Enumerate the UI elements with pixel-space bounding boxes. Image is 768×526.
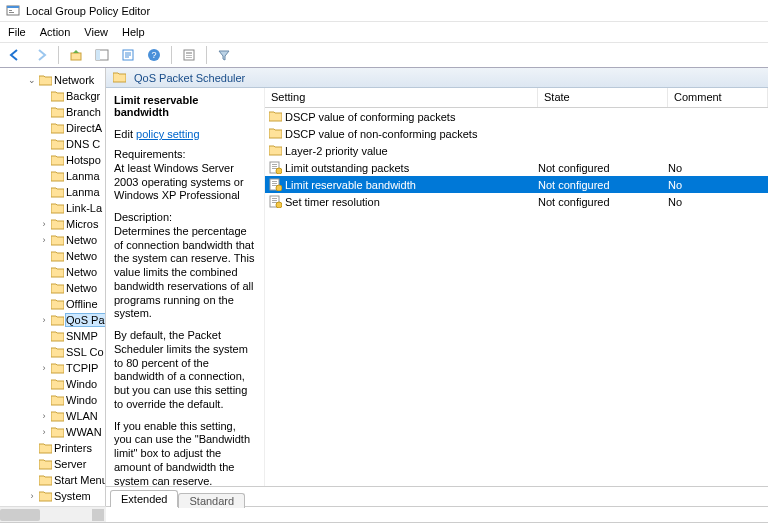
tree-node[interactable]: Link-La [0,200,106,216]
folder-icon [50,410,64,422]
expand-icon[interactable]: › [38,219,50,229]
svg-rect-12 [186,55,192,56]
tree-node[interactable]: ›Netwo [0,232,106,248]
up-button[interactable] [65,44,87,66]
back-button[interactable] [4,44,26,66]
settings-row[interactable]: DSCP value of conforming packets [265,108,768,125]
tree-label: Server [54,458,86,470]
edit-policy-link[interactable]: policy setting [136,128,200,140]
svg-rect-4 [71,53,81,60]
forward-button[interactable] [30,44,52,66]
expand-icon[interactable]: › [38,427,50,437]
scrollbar-thumb[interactable] [0,509,40,521]
folder-icon [38,442,52,454]
settings-row[interactable]: Set timer resolutionNot configuredNo [265,193,768,210]
settings-row[interactable]: Limit outstanding packetsNot configuredN… [265,159,768,176]
settings-row[interactable]: Layer-2 priority value [265,142,768,159]
folder-icon [265,128,285,139]
tree-node[interactable]: Offline [0,296,106,312]
folder-icon [38,74,52,86]
col-setting[interactable]: Setting [265,88,538,107]
tab-standard[interactable]: Standard [178,493,245,508]
tree-node-network[interactable]: ⌄ Network [0,72,106,88]
settings-list-pane: Setting State Comment DSCP value of conf… [264,88,768,486]
toolbar: ? [0,42,768,68]
tree-node[interactable]: ›QoS Pa [0,312,106,328]
help-button[interactable]: ? [143,44,165,66]
tree-node[interactable]: Start Menu [0,472,106,488]
filter-button[interactable] [213,44,235,66]
settings-row[interactable]: Limit reservable bandwidthNot configured… [265,176,768,193]
description-p2: By default, the Packet Scheduler limits … [114,329,256,412]
toolbar-separator [206,46,207,64]
tree-node[interactable]: Printers [0,440,106,456]
expand-icon[interactable]: › [38,363,50,373]
expand-icon[interactable]: › [38,235,50,245]
tree-node[interactable]: Windo [0,376,106,392]
folder-icon [50,170,64,182]
tree-node[interactable]: SSL Co [0,344,106,360]
expand-icon[interactable]: › [26,491,38,501]
folder-icon [50,106,64,118]
tree-node[interactable]: DNS C [0,136,106,152]
menu-view[interactable]: View [84,26,108,38]
show-hide-tree-button[interactable] [91,44,113,66]
folder-icon [50,394,64,406]
tree-node[interactable]: Server [0,456,106,472]
tree-node[interactable]: Lanma [0,168,106,184]
tree-node[interactable]: ›WWAN [0,424,106,440]
folder-icon [50,426,64,438]
tree-node[interactable]: Lanma [0,184,106,200]
tree-label: Netwo [66,234,97,246]
scroll-right-button[interactable] [92,509,104,521]
tree-hscrollbar[interactable] [0,506,106,522]
window-title: Local Group Policy Editor [26,5,150,17]
tree-label: DNS C [66,138,100,150]
nav-tree[interactable]: ⌄ Network BackgrBranchDirectADNS CHotspo… [0,68,106,506]
tree-label: Printers [54,442,92,454]
tree-label: Windo [66,378,97,390]
properties-button[interactable] [178,44,200,66]
description-p1: Determines the percentage of connection … [114,225,256,321]
tree-node[interactable]: Windo [0,392,106,408]
folder-icon [50,234,64,246]
menu-action[interactable]: Action [40,26,71,38]
tree-node[interactable]: SNMP [0,328,106,344]
tree-label: Micros [66,218,98,230]
svg-rect-40 [272,200,277,201]
folder-icon [50,250,64,262]
svg-rect-35 [272,183,277,184]
menu-help[interactable]: Help [122,26,145,38]
tree-node[interactable]: Branch [0,104,106,120]
tree-node[interactable]: Backgr [0,88,106,104]
col-comment[interactable]: Comment [668,88,768,107]
tab-extended[interactable]: Extended [110,490,178,507]
col-state[interactable]: State [538,88,668,107]
tree-node[interactable]: DirectA [0,120,106,136]
tree-node[interactable]: Netwo [0,248,106,264]
policy-icon [265,195,285,208]
tree-node[interactable]: ›System [0,488,106,504]
export-list-button[interactable] [117,44,139,66]
title-bar: Local Group Policy Editor [0,0,768,22]
settings-list[interactable]: DSCP value of conforming packetsDSCP val… [265,108,768,486]
expand-icon[interactable]: › [38,411,50,421]
collapse-icon[interactable]: ⌄ [26,75,38,85]
tree-node[interactable]: Hotspo [0,152,106,168]
tree-label: Lanma [66,170,100,182]
content-header: QoS Packet Scheduler [106,68,768,88]
edit-policy-link-row: Edit policy setting [114,128,256,140]
setting-name: DSCP value of conforming packets [285,111,538,123]
tree-node[interactable]: ›Micros [0,216,106,232]
tree-node[interactable]: ›TCPIP [0,360,106,376]
menu-file[interactable]: File [8,26,26,38]
description-p3: If you enable this setting, you can use … [114,420,256,487]
column-headers[interactable]: Setting State Comment [265,88,768,108]
detail-pane: Limit reservable bandwidth Edit policy s… [106,88,264,486]
settings-row[interactable]: DSCP value of non-conforming packets [265,125,768,142]
tree-label: QoS Pa [66,314,105,326]
tree-node[interactable]: ›WLAN [0,408,106,424]
expand-icon[interactable]: › [38,315,50,325]
tree-node[interactable]: Netwo [0,264,106,280]
tree-node[interactable]: Netwo [0,280,106,296]
